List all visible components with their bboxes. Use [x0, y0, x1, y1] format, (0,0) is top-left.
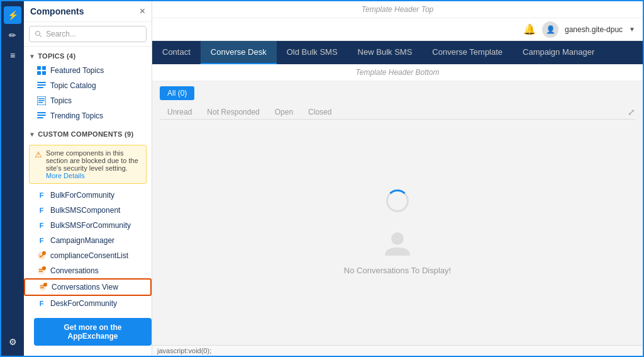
lightning-icon: ⚡	[8, 10, 18, 20]
topic-catalog-icon	[36, 81, 47, 91]
search-box	[24, 22, 152, 47]
bulk-sms-for-community-icon: F	[36, 220, 47, 230]
panel-close-button[interactable]: ×	[140, 6, 145, 16]
custom-section-label: CUSTOM COMPONENTS (9)	[38, 130, 133, 138]
status-bar: javascript:void(0);	[152, 345, 643, 356]
search-input[interactable]	[29, 26, 147, 42]
svg-rect-11	[37, 112, 46, 113]
topics-section-header[interactable]: ▼ TOPICS (4)	[24, 49, 152, 63]
campaign-manager-label: CampaignManager	[50, 236, 114, 245]
svg-point-23	[391, 232, 404, 245]
trending-topics-icon	[36, 111, 47, 121]
bulk-sms-component-icon: F	[36, 205, 47, 215]
panel-title: Components	[30, 6, 84, 16]
bulk-for-community-item[interactable]: F BulkForCommunity	[24, 188, 152, 203]
appexchange-button[interactable]: Get more on the AppExchange	[34, 318, 152, 346]
panel-content: ▼ TOPICS (4) Featured Topics Topic Catal…	[24, 47, 152, 308]
custom-chevron: ▼	[29, 131, 35, 138]
campaign-manager-item[interactable]: F CampaignManager	[24, 233, 152, 248]
template-header-top: Template Header Top	[152, 1, 643, 18]
user-dropdown-arrow[interactable]: ▼	[629, 26, 635, 33]
content-area: All (0) Unread Not Responded Open Closed…	[152, 81, 643, 345]
svg-text:→: →	[43, 252, 46, 255]
person-icon	[382, 227, 413, 259]
custom-section-header[interactable]: ▼ CUSTOM COMPONENTS (9)	[24, 127, 152, 141]
topic-catalog-item[interactable]: Topic Catalog	[24, 78, 152, 93]
edit-icon-btn[interactable]: ✏	[4, 26, 21, 44]
menu-icon: ≡	[10, 50, 15, 60]
bulk-sms-component-label: BulkSMSComponent	[50, 206, 120, 215]
tab-converse-template[interactable]: Converse Template	[422, 41, 513, 64]
svg-rect-5	[37, 84, 46, 86]
app-container: ⚡ ✏ ≡ ⚙ Components × ▼ TOPICS (4)	[0, 0, 644, 357]
trending-topics-item[interactable]: Trending Topics	[24, 108, 152, 123]
svg-rect-0	[37, 66, 41, 70]
conversations-icon	[36, 266, 47, 276]
topics-section-label: TOPICS (4)	[38, 52, 75, 60]
warning-icon: ⚠	[35, 150, 42, 179]
user-avatar: 👤	[542, 21, 558, 38]
tab-campaign-manager[interactable]: Campaign Manager	[513, 41, 604, 64]
tab-new-bulk-sms[interactable]: New Bulk SMS	[348, 41, 423, 64]
svg-rect-9	[38, 100, 45, 101]
expand-icon[interactable]: ⤢	[628, 107, 635, 117]
bulk-sms-for-community-label: BulkSMSForCommunity	[50, 221, 131, 230]
topics-chevron: ▼	[29, 53, 35, 60]
bulk-sms-for-community-item[interactable]: F BulkSMSForCommunity	[24, 218, 152, 233]
warning-text: Some components in this section are bloc…	[46, 149, 141, 179]
main-content: Template Header Top 🔔 👤 ganesh.gite-dpuc…	[152, 1, 643, 356]
conversations-view-item[interactable]: Conversations View	[24, 278, 152, 296]
person-icon-container	[382, 227, 413, 261]
topic-catalog-label: Topic Catalog	[50, 81, 96, 90]
desk-for-community-item[interactable]: F DeskForCommunity	[24, 296, 152, 308]
topics-label: Topics	[50, 96, 72, 105]
gear-icon: ⚙	[9, 337, 17, 347]
appexchange-section: Get more on the AppExchange	[24, 308, 152, 356]
compliance-consent-list-item[interactable]: → complianceConsentList	[24, 248, 152, 263]
svg-rect-10	[38, 102, 43, 103]
bell-icon[interactable]: 🔔	[523, 23, 536, 35]
featured-topics-item[interactable]: Featured Topics	[24, 63, 152, 78]
status-text: javascript:void(0);	[157, 347, 211, 354]
filter-unread[interactable]: Unread	[160, 105, 199, 119]
bulk-sms-component-item[interactable]: F BulkSMSComponent	[24, 203, 152, 218]
more-details-link[interactable]: More Details	[46, 172, 85, 179]
tab-old-bulk-sms[interactable]: Old Bulk SMS	[277, 41, 348, 64]
conversations-label: Conversations	[50, 266, 99, 275]
trending-topics-label: Trending Topics	[50, 111, 103, 120]
empty-state-text: No Conversations To Display!	[344, 266, 451, 275]
topics-item[interactable]: Topics	[24, 93, 152, 108]
content-toolbar: All (0)	[160, 86, 635, 100]
svg-rect-3	[42, 71, 46, 75]
svg-point-20	[43, 283, 47, 286]
username-label[interactable]: ganesh.gite-dpuc	[565, 25, 623, 34]
security-warning: ⚠ Some components in this section are bl…	[29, 145, 147, 184]
all-conversations-btn[interactable]: All (0)	[160, 86, 194, 100]
gear-icon-btn[interactable]: ⚙	[4, 333, 21, 351]
sidebar-icon-strip: ⚡ ✏ ≡ ⚙	[1, 1, 24, 356]
topics-icon	[36, 96, 47, 106]
svg-rect-1	[42, 66, 46, 70]
tab-navigation: Contact Converse Desk Old Bulk SMS New B…	[152, 41, 643, 64]
filter-not-responded[interactable]: Not Responded	[199, 105, 267, 119]
filter-tabs: Unread Not Responded Open Closed ⤢	[160, 105, 635, 120]
svg-rect-6	[37, 87, 43, 88]
featured-topics-icon	[36, 65, 47, 76]
conversations-view-label: Conversations View	[52, 283, 118, 292]
tab-contact[interactable]: Contact	[152, 41, 201, 64]
menu-icon-btn[interactable]: ≡	[4, 47, 21, 64]
lightning-icon-btn[interactable]: ⚡	[4, 6, 21, 24]
filter-closed[interactable]: Closed	[301, 105, 339, 119]
filter-open[interactable]: Open	[267, 105, 301, 119]
svg-rect-13	[37, 117, 43, 118]
conversations-view-icon	[38, 282, 48, 292]
tab-converse-desk[interactable]: Converse Desk	[201, 41, 277, 64]
edit-icon: ✏	[9, 30, 16, 40]
bulk-for-community-icon: F	[36, 190, 47, 200]
compliance-consent-list-label: complianceConsentList	[50, 251, 128, 260]
desk-for-community-label: DeskForCommunity	[50, 299, 117, 308]
conversations-item[interactable]: Conversations	[24, 263, 152, 278]
featured-topics-label: Featured Topics	[50, 66, 104, 75]
components-panel: Components × ▼ TOPICS (4) Featured Topic…	[24, 1, 152, 356]
svg-rect-2	[37, 71, 41, 75]
